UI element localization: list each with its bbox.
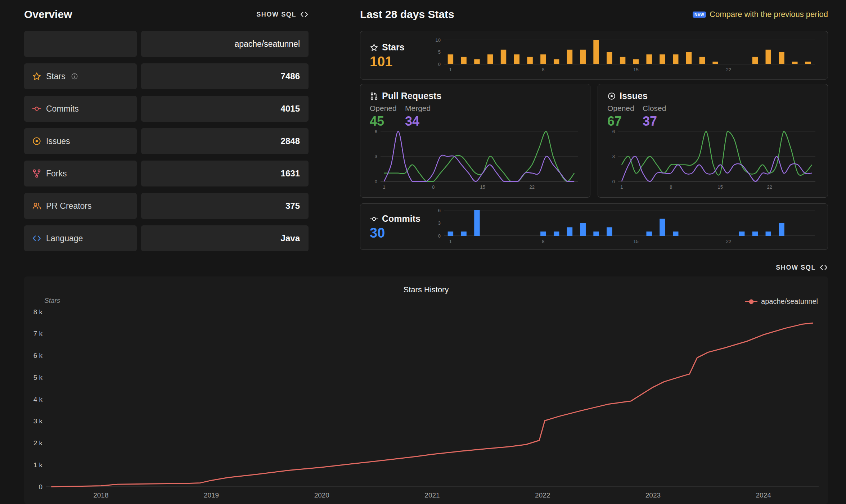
metric-label: Commits	[46, 104, 79, 114]
stars-28d-metric: Stars 101	[370, 37, 431, 73]
table-row: Forks1631	[24, 161, 309, 186]
issues-opened-value: 67	[607, 114, 643, 129]
show-sql-label: SHOW SQL	[776, 264, 816, 271]
stars-history-panel: Stars History Stars apache/seatunnel 01 …	[24, 276, 828, 504]
star-icon	[32, 72, 41, 81]
metric-title: Issues	[620, 91, 648, 101]
stars-history-section: SHOW SQL Stars History Stars apache/seat…	[24, 263, 828, 504]
pull-requests-card: Pull Requests Opened Merged 45 34 036181…	[360, 84, 590, 198]
commits-28d-value: 30	[370, 226, 431, 240]
issues-closed-label: Closed	[643, 104, 678, 113]
commit-icon	[370, 215, 378, 223]
svg-text:1: 1	[449, 67, 452, 72]
svg-text:8: 8	[542, 239, 544, 244]
svg-text:0: 0	[438, 233, 441, 239]
svg-text:3: 3	[438, 220, 441, 226]
metric-label-cell-star: Stars	[24, 63, 137, 89]
issues-opened-label: Opened	[607, 104, 643, 113]
metric-label-cell-code: Language	[24, 225, 137, 251]
info-icon[interactable]	[71, 73, 78, 80]
last-28-days-title: Last 28 days Stats	[360, 8, 454, 21]
svg-text:15: 15	[633, 67, 638, 72]
commits-28d-metric: Commits 30	[370, 208, 431, 245]
svg-text:22: 22	[530, 184, 535, 190]
table-row: Issues2848	[24, 128, 309, 154]
new-badge: NEW	[693, 12, 706, 18]
svg-text:1: 1	[620, 184, 623, 190]
table-row: Stars7486	[24, 63, 309, 89]
fork-icon	[32, 169, 41, 178]
metric-label: Forks	[46, 169, 67, 179]
stars-28d-card: Stars 101 0510181522	[360, 31, 828, 80]
svg-text:1: 1	[383, 184, 385, 190]
pr-merged-label: Merged	[405, 104, 440, 113]
svg-text:22: 22	[767, 184, 772, 190]
show-sql-button-overview[interactable]: SHOW SQL	[256, 10, 309, 19]
svg-text:8: 8	[542, 67, 544, 72]
svg-text:6: 6	[375, 129, 377, 134]
compare-previous-period-link[interactable]: NEW Compare with the previous period	[693, 10, 828, 19]
issues-card: Issues Opened Closed 67 37 036181522	[598, 84, 828, 198]
svg-text:10: 10	[436, 37, 441, 43]
pr-opened-label: Opened	[370, 104, 405, 113]
metric-value-cell: 4015	[141, 96, 309, 122]
svg-text:3 k: 3 k	[33, 417, 43, 425]
svg-text:6 k: 6 k	[33, 352, 43, 359]
svg-text:3: 3	[375, 154, 377, 159]
svg-text:15: 15	[633, 239, 638, 244]
issues-28d-chart: 036181522	[607, 129, 818, 191]
metric-title: Stars	[382, 42, 405, 53]
metric-value-cell: 7486	[141, 63, 309, 89]
metric-label: PR Creators	[46, 201, 92, 211]
repo-label-cell	[24, 31, 137, 57]
overview-table: apache/seatunnel Stars7486Commits4015Iss…	[24, 31, 309, 251]
metric-label: Stars	[46, 72, 66, 81]
chart-title: Stars History	[24, 285, 828, 294]
svg-text:2019: 2019	[204, 491, 219, 499]
svg-text:2021: 2021	[424, 491, 440, 499]
svg-text:2018: 2018	[93, 491, 108, 499]
stars-history-chart: 01 k2 k3 k4 k5 k6 k7 k8 k201820192020202…	[24, 302, 828, 504]
overview-title: Overview	[24, 8, 72, 21]
last-28-days-section: Last 28 days Stats NEW Compare with the …	[360, 6, 828, 250]
svg-text:22: 22	[726, 239, 731, 244]
metric-value-cell: 375	[141, 193, 309, 219]
code-brackets-icon	[819, 263, 828, 272]
overview-section: Overview SHOW SQL apache/seatunnel Stars…	[24, 6, 309, 258]
issues-closed-value: 37	[643, 114, 678, 129]
svg-text:4 k: 4 k	[33, 396, 43, 403]
code-icon	[32, 234, 41, 243]
compare-link-label: Compare with the previous period	[710, 10, 828, 19]
issue-icon	[32, 136, 41, 146]
svg-text:3: 3	[612, 154, 615, 159]
stars-28d-value: 101	[370, 55, 431, 68]
svg-text:8: 8	[432, 184, 435, 190]
svg-text:2024: 2024	[756, 491, 771, 499]
metric-label-cell-issue: Issues	[24, 128, 137, 154]
commits-28d-card: Commits 30 036181522	[360, 203, 828, 250]
svg-text:0: 0	[438, 62, 441, 67]
metric-value-cell: Java	[141, 225, 309, 251]
svg-text:0: 0	[375, 179, 377, 184]
metric-title: Pull Requests	[382, 91, 441, 101]
metric-label-cell-fork: Forks	[24, 161, 137, 186]
svg-text:0: 0	[612, 179, 615, 184]
svg-text:2020: 2020	[314, 491, 329, 499]
svg-text:0: 0	[39, 483, 42, 491]
commit-icon	[32, 104, 41, 113]
svg-text:22: 22	[726, 67, 731, 72]
table-row: PR Creators375	[24, 193, 309, 219]
metric-label: Issues	[46, 136, 70, 146]
show-sql-button-history[interactable]: SHOW SQL	[776, 263, 828, 272]
issue-icon	[607, 92, 616, 100]
metric-label-cell-commit: Commits	[24, 96, 137, 122]
svg-text:1 k: 1 k	[33, 461, 43, 469]
svg-text:6: 6	[438, 208, 441, 213]
table-row: LanguageJava	[24, 225, 309, 251]
stars-28d-chart: 0510181522	[431, 37, 818, 73]
show-sql-label: SHOW SQL	[256, 11, 296, 18]
svg-text:15: 15	[480, 184, 485, 190]
svg-text:8: 8	[670, 184, 672, 190]
commits-28d-chart: 036181522	[431, 208, 818, 245]
svg-text:1: 1	[449, 239, 452, 244]
